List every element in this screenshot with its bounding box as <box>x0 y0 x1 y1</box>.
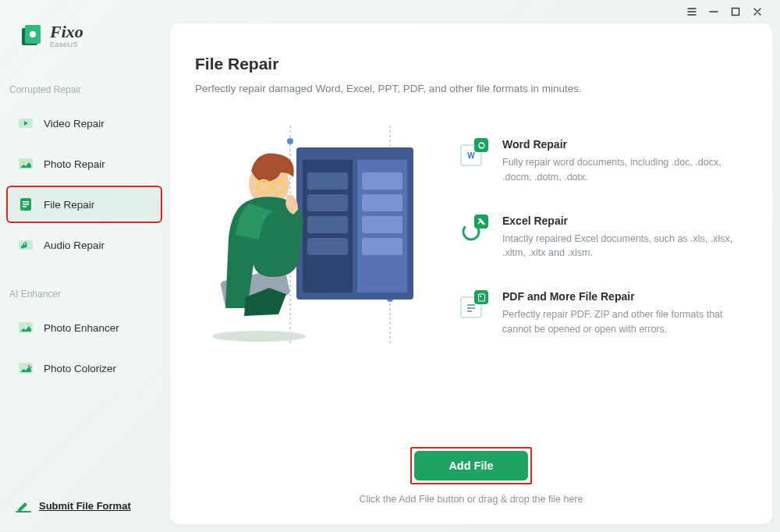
logo-mark-icon <box>20 25 42 47</box>
sidebar-item-label: Photo Repair <box>44 158 105 170</box>
word-file-icon: W <box>460 138 488 166</box>
sidebar-item-photo-enhancer[interactable]: Photo Enhancer <box>6 309 162 346</box>
sidebar-item-label: File Repair <box>44 199 94 211</box>
menu-icon[interactable] <box>686 6 697 17</box>
svg-rect-42 <box>467 304 475 306</box>
sidebar-item-label: Photo Colorizer <box>44 363 116 374</box>
feature-excel-repair: Excel Repair Intactly repaired Excel doc… <box>460 215 737 261</box>
add-file-highlight: Add File <box>410 447 531 484</box>
audio-icon <box>17 236 34 254</box>
feature-title: Word Repair <box>502 138 737 151</box>
svg-point-38 <box>479 143 484 148</box>
feature-word-repair: W Word Repair Fully repair word document… <box>460 138 737 185</box>
svg-rect-46 <box>480 296 481 297</box>
features-list: W Word Repair Fully repair word document… <box>460 133 737 344</box>
sidebar-item-video-repair[interactable]: Video Repair <box>6 105 162 142</box>
photo-icon <box>17 155 34 172</box>
page-subtitle: Perfectly repair damaged Word, Excel, PP… <box>195 83 737 94</box>
sidebar-item-label: Audio Repair <box>44 239 105 251</box>
logo-subtitle: EaseUS <box>50 41 83 48</box>
titlebar <box>0 0 780 23</box>
excel-file-icon <box>460 215 488 243</box>
section-label-ai: AI Enhancer <box>6 282 162 306</box>
feature-desc: Perfectly repair PDF, ZIP and other file… <box>502 307 737 337</box>
enhance-icon <box>17 319 34 336</box>
file-icon <box>17 196 34 213</box>
svg-rect-10 <box>23 206 27 207</box>
svg-point-6 <box>22 161 25 164</box>
svg-rect-25 <box>307 216 348 233</box>
feature-pdf-repair: PDF and More File Repair Perfectly repai… <box>460 290 737 337</box>
svg-rect-27 <box>362 172 402 190</box>
app-logo: Fixo EaseUS <box>20 23 83 48</box>
svg-rect-0 <box>732 9 739 16</box>
feature-desc: Fully repair word documents, including .… <box>502 155 737 185</box>
svg-point-35 <box>212 331 306 342</box>
logo-title: Fixo <box>50 23 83 41</box>
pdf-file-icon <box>460 290 488 318</box>
minimize-icon[interactable] <box>708 6 719 17</box>
svg-rect-26 <box>307 238 348 255</box>
video-icon <box>17 115 34 132</box>
svg-point-3 <box>30 31 36 37</box>
sidebar-item-photo-colorizer[interactable]: Photo Colorizer <box>6 349 162 387</box>
feature-desc: Intactly repaired Excel documents, such … <box>502 232 737 261</box>
colorize-icon <box>17 360 34 377</box>
svg-rect-44 <box>467 310 472 312</box>
section-label-corrupted: Corrupted Repair <box>6 78 162 101</box>
svg-point-14 <box>28 365 30 367</box>
svg-rect-29 <box>362 216 402 233</box>
svg-rect-45 <box>478 294 484 301</box>
feature-title: PDF and More File Repair <box>502 290 737 303</box>
page-title: File Repair <box>195 55 737 73</box>
svg-text:W: W <box>467 151 475 160</box>
add-file-button[interactable]: Add File <box>414 451 527 481</box>
maximize-icon[interactable] <box>730 6 741 17</box>
main-panel: File Repair Perfectly repair damaged Wor… <box>170 23 772 524</box>
svg-point-15 <box>30 367 31 368</box>
svg-rect-8 <box>23 201 29 203</box>
feature-title: Excel Repair <box>502 215 737 227</box>
add-file-hint: Click the Add File button or drag & drop… <box>360 494 583 505</box>
svg-rect-28 <box>362 194 402 211</box>
sidebar-item-label: Photo Enhancer <box>44 322 119 334</box>
submit-file-format-link[interactable]: Submit File Format <box>16 498 131 513</box>
svg-point-18 <box>287 138 293 144</box>
svg-rect-43 <box>467 307 475 309</box>
illustration-server-person <box>203 126 429 344</box>
sidebar-item-photo-repair[interactable]: Photo Repair <box>6 145 162 183</box>
action-area: Add File Click the Add File button or dr… <box>170 447 772 505</box>
close-icon[interactable] <box>752 6 763 17</box>
edit-icon <box>16 498 31 513</box>
svg-rect-23 <box>307 172 348 190</box>
sidebar-item-audio-repair[interactable]: Audio Repair <box>6 226 162 264</box>
svg-rect-9 <box>23 204 29 205</box>
sidebar-item-file-repair[interactable]: File Repair <box>6 186 162 223</box>
sidebar: Corrupted Repair Video Repair Photo Repa… <box>6 78 162 390</box>
sidebar-item-label: Video Repair <box>44 118 105 129</box>
svg-rect-24 <box>307 194 348 211</box>
svg-rect-30 <box>362 238 402 255</box>
submit-link-label: Submit File Format <box>39 500 131 512</box>
